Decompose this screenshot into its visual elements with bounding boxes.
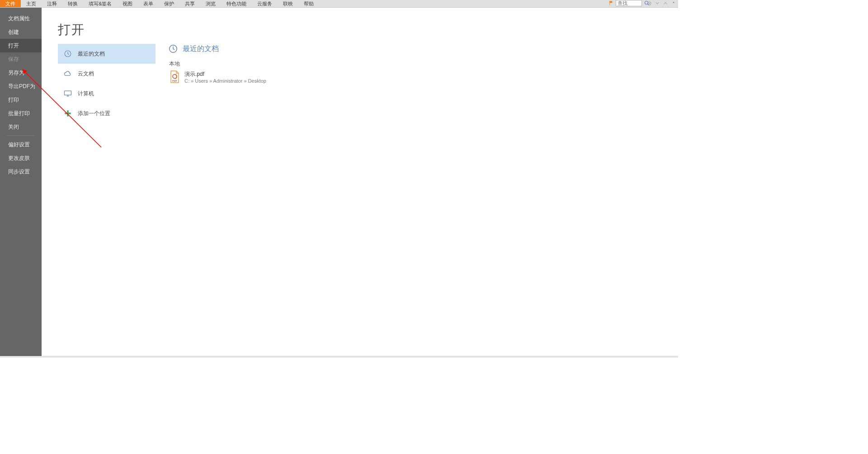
clock-icon [168,44,178,54]
recent-file-path: C: » Users » Administrator » Desktop [184,78,266,84]
backstage-item-create[interactable]: 创建 [0,25,42,39]
settings-icon[interactable] [646,0,652,6]
backstage-item-close[interactable]: 关闭 [0,120,42,134]
backstage-item-sync[interactable]: 同步设置 [0,165,42,178]
ribbon-tab-convert[interactable]: 转换 [62,0,83,7]
pdf-file-icon: PDF [169,70,180,83]
ribbon-tab-home[interactable]: 主页 [21,0,42,7]
ribbon-tab-cloud[interactable]: 云服务 [252,0,278,7]
ribbon-tab-feature[interactable]: 特色功能 [221,0,252,7]
plus-icon [63,109,72,118]
computer-icon [63,89,72,98]
ribbon-tab-form[interactable]: 表单 [138,0,159,7]
recent-file-row[interactable]: PDF 演示.pdf C: » Users » Administrator » … [168,70,669,84]
recent-heading-label: 最近的文档 [183,44,219,54]
ribbon-tab-view[interactable]: 视图 [117,0,138,7]
backstage-item-print[interactable]: 打印 [0,93,42,107]
ribbon-tabs: 文件 主页 注释 转换 填写&签名 视图 表单 保护 共享 浏览 特色功能 云服… [0,0,678,8]
app-window: 文件 主页 注释 转换 填写&签名 视图 表单 保护 共享 浏览 特色功能 云服… [0,0,678,358]
backstage-separator [6,136,35,136]
source-computer[interactable]: 计算机 [58,84,156,103]
recent-file-text: 演示.pdf C: » Users » Administrator » Desk… [184,70,266,84]
ribbon-tab-share[interactable]: 共享 [179,0,200,7]
source-cloud-label: 云文档 [78,70,94,78]
recent-group-local: 本地 [169,60,669,68]
backstage-item-save: 保存 [0,52,42,66]
source-add-label: 添加一个位置 [78,110,110,117]
backstage-sidebar: 文档属性 创建 打开 保存 另存为 导出PDF为 打印 批量打印 关闭 偏好设置… [0,8,42,358]
source-add-place[interactable]: 添加一个位置 [58,103,156,123]
svg-rect-0 [609,1,612,3]
backstage-item-exportpdf[interactable]: 导出PDF为 [0,80,42,93]
recent-file-name: 演示.pdf [184,70,266,78]
backstage-item-batchprint[interactable]: 批量打印 [0,107,42,120]
svg-point-5 [649,3,650,4]
ribbon-tab-help[interactable]: 帮助 [298,0,319,7]
backstage-body: 打开 最近的文档 云文档 计算机 [42,8,678,358]
ribbon-tab-file[interactable]: 文件 [0,0,21,7]
collapse-icon[interactable] [663,0,668,6]
source-recent[interactable]: 最近的文档 [58,44,156,64]
svg-rect-7 [65,91,71,95]
pin-icon[interactable] [671,0,676,6]
backstage-item-properties[interactable]: 文档属性 [0,12,42,25]
ribbon-tab-comment[interactable]: 注释 [42,0,62,7]
backstage-item-preferences[interactable]: 偏好设置 [0,138,42,151]
backstage-item-saveas[interactable]: 另存为 [0,66,42,80]
ribbon-search [609,0,650,6]
page-title: 打开 [58,21,678,38]
recent-panel: 最近的文档 本地 PDF 演示.pdf C: » Users » Adminis… [168,44,669,84]
ribbon-tab-protect[interactable]: 保护 [159,0,179,7]
recent-heading: 最近的文档 [168,44,669,54]
ribbon-tab-link[interactable]: 联映 [278,0,298,7]
ribbon-system-icons [646,0,676,6]
clock-icon [63,49,72,58]
source-computer-label: 计算机 [78,90,94,98]
source-cloud[interactable]: 云文档 [58,64,156,84]
ribbon-tab-browse[interactable]: 浏览 [200,0,221,7]
svg-text:PDF: PDF [172,80,178,82]
svg-rect-1 [609,1,610,5]
backstage-item-open[interactable]: 打开 [0,39,42,52]
notification-icon[interactable] [609,0,614,6]
cloud-icon [63,69,72,78]
backstage-item-skin[interactable]: 更改皮肤 [0,151,42,165]
source-recent-label: 最近的文档 [78,50,105,58]
dropdown-icon[interactable] [655,0,660,6]
open-sources-list: 最近的文档 云文档 计算机 添加一个位置 [58,44,156,123]
search-input[interactable] [616,0,642,6]
status-bar [0,356,678,358]
ribbon-tab-fillsign[interactable]: 填写&签名 [83,0,117,7]
